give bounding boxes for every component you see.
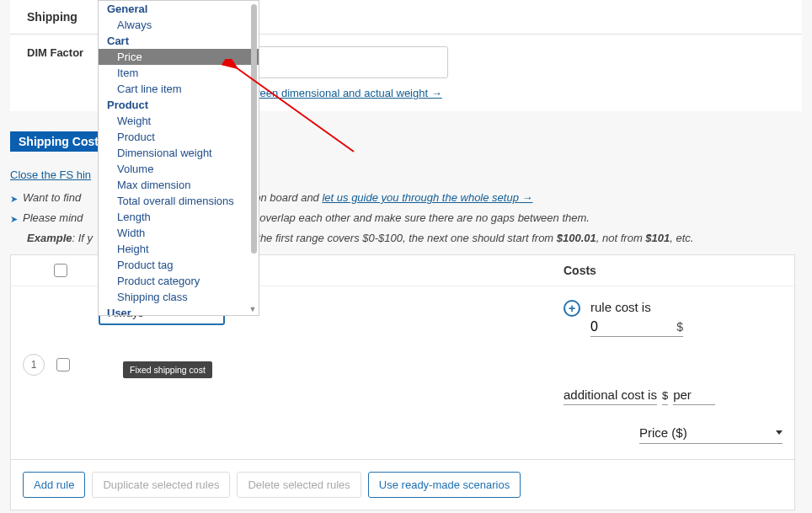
add-cost-icon[interactable]: +: [564, 300, 580, 317]
ready-made-scenarios-button[interactable]: Use ready-made scenarios: [368, 472, 521, 498]
actions-bar: Add rule Duplicate selected rules Delete…: [10, 460, 795, 510]
condition-type-dropdown[interactable]: GeneralAlwaysCartPriceItemCart line item…: [98, 0, 259, 316]
dropdown-item[interactable]: Always: [99, 17, 259, 33]
dropdown-item[interactable]: Volume: [99, 161, 259, 177]
shipping-tab[interactable]: Shipping: [10, 0, 94, 34]
chevron-down-icon: [776, 430, 783, 435]
dropdown-group: User: [99, 305, 259, 316]
duplicate-rules-button[interactable]: Duplicate selected rules: [92, 472, 230, 498]
bullet-icon: ➤: [10, 191, 18, 206]
row-checkbox[interactable]: [56, 358, 70, 371]
dropdown-item[interactable]: Cart line item: [99, 81, 259, 97]
close-hint-link[interactable]: Close the FS hin: [10, 168, 91, 181]
dropdown-item[interactable]: Product: [99, 129, 259, 145]
rule-cost-label: rule cost is: [590, 300, 683, 314]
dropdown-group: Product: [99, 97, 259, 113]
dropdown-item[interactable]: Price: [99, 49, 259, 65]
delete-rules-button[interactable]: Delete selected rules: [237, 472, 361, 498]
per-label: per: [673, 387, 715, 405]
dropdown-item[interactable]: Total overall dimensions: [99, 193, 259, 209]
dropdown-item[interactable]: Shipping class: [99, 289, 259, 305]
dropdown-item[interactable]: Width: [99, 225, 259, 241]
scroll-down-icon[interactable]: ▼: [248, 305, 257, 313]
select-all-checkbox[interactable]: [54, 264, 67, 277]
currency-symbol: $: [676, 320, 683, 334]
add-rule-button[interactable]: Add rule: [23, 472, 85, 498]
row-number-badge: 1: [23, 354, 45, 376]
dropdown-group: Cart: [99, 33, 259, 49]
col-costs: Costs: [564, 264, 783, 277]
scrollbar-thumb[interactable]: [251, 4, 257, 254]
additional-cost-label: additional cost is: [564, 387, 657, 405]
dropdown-group: General: [99, 1, 259, 17]
dropdown-item[interactable]: Length: [99, 209, 259, 225]
dropdown-item[interactable]: Product category: [99, 273, 259, 289]
dropdown-item[interactable]: Dimensional weight: [99, 145, 259, 161]
per-unit-select[interactable]: Price ($): [639, 422, 783, 444]
dropdown-item[interactable]: Height: [99, 241, 259, 257]
currency-symbol: $: [662, 389, 668, 405]
tooltip-fixed-cost: Fixed shipping cost: [123, 361, 212, 378]
rule-cost-input[interactable]: [590, 318, 649, 336]
bullet-icon: ➤: [10, 211, 18, 227]
dropdown-item[interactable]: Item: [99, 65, 259, 81]
dropdown-item[interactable]: Product tag: [99, 257, 259, 273]
dropdown-item[interactable]: Max dimension: [99, 177, 259, 193]
guide-setup-link[interactable]: let us guide you through the whole setup…: [322, 191, 532, 204]
dropdown-item[interactable]: Weight: [99, 113, 259, 129]
